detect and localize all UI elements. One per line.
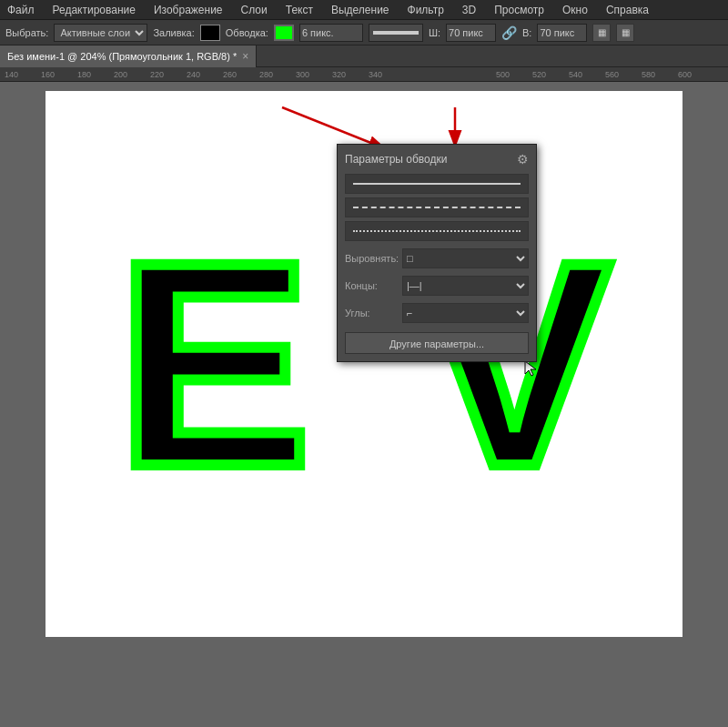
stroke-style-picker[interactable] xyxy=(369,24,423,42)
align-select[interactable]: □ xyxy=(402,248,529,268)
canvas-area: E V Параметры обводки ⚙ xyxy=(0,82,728,727)
stroke-dashed-option[interactable] xyxy=(345,197,529,217)
menu-layers[interactable]: Слои xyxy=(238,2,271,18)
menubar: Файл Редактирование Изображение Слои Тек… xyxy=(0,0,728,20)
dashed-line-preview xyxy=(353,207,521,208)
width-label: Ш: xyxy=(429,27,440,38)
ruler-mark-540: 540 xyxy=(569,70,582,79)
corners-row: Углы: ⌐ xyxy=(345,303,529,323)
document-tab[interactable]: Без имени-1 @ 204% (Прямоугольник 1, RGB… xyxy=(0,45,257,67)
ends-row: Концы: |—| xyxy=(345,276,529,296)
ruler-mark-600: 600 xyxy=(678,70,692,79)
ruler-mark-340: 340 xyxy=(369,70,382,79)
stroke-dotted-option[interactable] xyxy=(345,221,529,241)
stroke-popup: Параметры обводки ⚙ Выровнять: □ xyxy=(337,144,537,362)
main-area: 140 160 180 200 220 240 260 280 300 320 … xyxy=(0,67,728,727)
menu-select[interactable]: Выделение xyxy=(328,2,393,18)
ruler-mark-520: 520 xyxy=(532,70,546,79)
popup-gear-icon[interactable]: ⚙ xyxy=(517,152,529,167)
height-input[interactable] xyxy=(537,24,587,42)
menu-filter[interactable]: Фильтр xyxy=(404,2,448,18)
ruler-mark-500: 500 xyxy=(496,70,510,79)
corners-label: Углы: xyxy=(345,308,395,318)
dotted-line-preview xyxy=(353,230,521,232)
menu-text[interactable]: Текст xyxy=(282,2,317,18)
toolbar: Выбрать: Активные слои Заливка: Обводка:… xyxy=(0,20,728,45)
align-label: Выровнять: xyxy=(345,253,395,264)
align-left-icon[interactable]: ▦ xyxy=(592,24,611,42)
ruler-mark-180: 180 xyxy=(77,70,91,79)
tab-title: Без имени-1 @ 204% (Прямоугольник 1, RGB… xyxy=(7,51,237,62)
layers-select[interactable]: Активные слои xyxy=(54,24,147,42)
ruler-mark-200: 200 xyxy=(114,70,127,79)
ruler-mark-240: 240 xyxy=(187,70,200,79)
ruler-mark-160: 160 xyxy=(41,70,55,79)
width-input[interactable] xyxy=(446,24,496,42)
tab-close-button[interactable]: × xyxy=(242,50,248,63)
ends-label: Концы: xyxy=(345,280,395,291)
ruler-mark-140: 140 xyxy=(5,70,18,79)
fill-label: Заливка: xyxy=(153,27,194,38)
fill-color-box[interactable] xyxy=(200,25,220,41)
ends-select[interactable]: |—| xyxy=(402,276,529,296)
ruler-mark-580: 580 xyxy=(642,70,655,79)
ruler-mark-220: 220 xyxy=(150,70,164,79)
select-label: Выбрать: xyxy=(5,27,48,38)
menu-image[interactable]: Изображение xyxy=(150,2,227,18)
ruler-mark-260: 260 xyxy=(223,70,237,79)
ruler-horizontal: 140 160 180 200 220 240 260 280 300 320 … xyxy=(0,67,728,82)
solid-line-preview xyxy=(353,183,521,185)
ruler-mark-560: 560 xyxy=(605,70,619,79)
menu-file[interactable]: Файл xyxy=(4,2,38,18)
stroke-solid-option[interactable] xyxy=(345,174,529,194)
stroke-label: Обводка: xyxy=(226,27,268,38)
menu-window[interactable]: Окно xyxy=(559,2,592,18)
letter-e: E xyxy=(116,218,310,510)
menu-help[interactable]: Справка xyxy=(602,2,652,18)
height-label: В: xyxy=(522,27,531,38)
ruler-mark-280: 280 xyxy=(259,70,273,79)
corners-select[interactable]: ⌐ xyxy=(402,303,529,323)
popup-title-bar: Параметры обводки ⚙ xyxy=(345,152,529,167)
popup-title: Параметры обводки xyxy=(345,153,447,166)
tabbar: Без имени-1 @ 204% (Прямоугольник 1, RGB… xyxy=(0,45,728,67)
align-right-icon[interactable]: ▦ xyxy=(616,24,634,42)
align-row: Выровнять: □ xyxy=(345,248,529,268)
menu-edit[interactable]: Редактирование xyxy=(49,2,139,18)
more-params-button[interactable]: Другие параметры... xyxy=(345,332,529,354)
link-proportions-icon[interactable]: 🔗 xyxy=(501,25,517,40)
ruler-mark-300: 300 xyxy=(296,70,309,79)
stroke-size-input[interactable] xyxy=(299,24,363,42)
stroke-color-box[interactable] xyxy=(274,25,294,41)
ruler-mark-320: 320 xyxy=(332,70,346,79)
menu-view[interactable]: Просмотр xyxy=(490,2,548,18)
menu-3d[interactable]: 3D xyxy=(459,2,480,18)
